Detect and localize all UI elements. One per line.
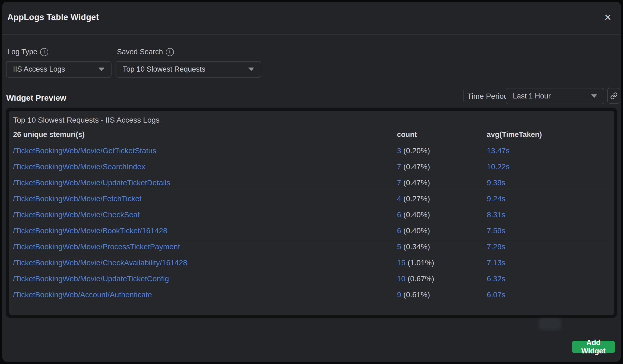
add-widget-label: Add Widget xyxy=(574,339,613,355)
log-type-label-text: Log Type xyxy=(7,48,37,56)
close-button[interactable]: ✕ xyxy=(602,11,614,23)
table-row: /TicketBookingWeb/Movie/GetTicketStatus … xyxy=(13,143,610,159)
avg-value[interactable]: 9.39s xyxy=(487,178,610,187)
count-value[interactable]: 3 xyxy=(397,146,401,155)
count-value[interactable]: 4 xyxy=(397,194,401,203)
avg-value[interactable]: 10.22s xyxy=(487,162,610,171)
widget-preview-heading: Widget Preview xyxy=(6,93,66,103)
avg-value[interactable]: 8.31s xyxy=(487,210,610,219)
column-header-avg: avg(TimeTaken) xyxy=(487,130,610,139)
count-value[interactable]: 7 xyxy=(397,162,401,171)
stemuri-link[interactable]: /TicketBookingWeb/Movie/UpdateTicketDeta… xyxy=(13,178,397,187)
widget-preview-panel: Top 10 Slowest Requests - IIS Access Log… xyxy=(6,108,617,318)
count-cell: 5(0.34%) xyxy=(397,242,487,251)
footer-divider xyxy=(2,330,621,330)
stemuri-link[interactable]: /TicketBookingWeb/Movie/UpdateTicketConf… xyxy=(13,274,397,283)
column-header-count: count xyxy=(397,130,487,139)
stemuri-link[interactable]: /TicketBookingWeb/Movie/CheckAvailabilit… xyxy=(13,258,397,267)
table-title: Top 10 Slowest Requests - IIS Access Log… xyxy=(13,114,610,126)
count-cell: 15(1.01%) xyxy=(397,258,487,267)
stemuri-link[interactable]: /TicketBookingWeb/Movie/SearchIndex xyxy=(13,162,397,171)
count-value[interactable]: 10 xyxy=(397,274,405,283)
count-value[interactable]: 15 xyxy=(397,258,405,267)
close-icon: ✕ xyxy=(604,13,612,22)
avg-value[interactable]: 6.32s xyxy=(487,274,610,283)
time-period-dropdown[interactable]: Last 1 Hour xyxy=(506,88,604,104)
time-period-label: Time Period xyxy=(467,92,508,101)
info-icon[interactable]: i xyxy=(40,48,48,56)
count-cell: 9(0.61%) xyxy=(397,290,487,299)
log-type-value: IIS Access Logs xyxy=(13,65,95,74)
count-percent: (0.47%) xyxy=(403,178,430,187)
table-row: /TicketBookingWeb/Movie/CheckSeat 6(0.40… xyxy=(13,207,610,223)
count-cell: 7(0.47%) xyxy=(397,178,487,187)
table-row: /TicketBookingWeb/Movie/ProcessTicketPay… xyxy=(13,239,610,255)
count-percent: (0.34%) xyxy=(403,242,430,251)
count-cell: 4(0.27%) xyxy=(397,194,487,203)
vertical-divider xyxy=(463,90,464,101)
count-percent: (0.20%) xyxy=(403,146,430,155)
table-body: /TicketBookingWeb/Movie/GetTicketStatus … xyxy=(13,143,610,303)
count-cell: 7(0.47%) xyxy=(397,162,487,171)
chevron-down-icon xyxy=(98,68,104,71)
copy-link-button[interactable] xyxy=(607,88,620,104)
table-row: /TicketBookingWeb/Movie/BookTicket/16142… xyxy=(13,223,610,239)
count-cell: 10(0.67%) xyxy=(397,274,487,283)
avg-value[interactable]: 9.24s xyxy=(487,194,610,203)
avg-value[interactable]: 7.13s xyxy=(487,258,610,267)
count-value[interactable]: 5 xyxy=(397,242,401,251)
preview-table-card: Top 10 Slowest Requests - IIS Access Log… xyxy=(9,111,614,315)
applogs-widget-dialog: AppLogs Table Widget ✕ Log Type i Saved … xyxy=(2,2,621,362)
log-type-label: Log Type i xyxy=(7,48,48,56)
chevron-down-icon xyxy=(591,94,597,98)
link-icon xyxy=(610,92,618,100)
count-value[interactable]: 7 xyxy=(397,178,401,187)
count-percent: (0.40%) xyxy=(403,210,430,219)
dialog-title: AppLogs Table Widget xyxy=(7,12,99,22)
count-percent: (0.61%) xyxy=(403,290,430,299)
chevron-down-icon xyxy=(248,68,254,71)
count-value[interactable]: 9 xyxy=(397,290,401,299)
avg-value[interactable]: 7.29s xyxy=(487,242,610,251)
table-row: /TicketBookingWeb/Movie/UpdateTicketConf… xyxy=(13,271,610,287)
count-percent: (0.47%) xyxy=(403,162,430,171)
stemuri-link[interactable]: /TicketBookingWeb/Movie/ProcessTicketPay… xyxy=(13,242,397,251)
count-percent: (0.67%) xyxy=(408,274,434,283)
count-cell: 6(0.40%) xyxy=(397,226,487,235)
table-row: /TicketBookingWeb/Movie/SearchIndex 7(0.… xyxy=(13,159,610,175)
count-value[interactable]: 6 xyxy=(397,210,401,219)
info-icon[interactable]: i xyxy=(166,48,174,56)
count-value[interactable]: 6 xyxy=(397,226,401,235)
count-cell: 3(0.20%) xyxy=(397,146,487,155)
count-cell: 6(0.40%) xyxy=(397,210,487,219)
saved-search-label: Saved Search i xyxy=(117,48,174,56)
table-header-row: 26 unique stemuri(s) count avg(TimeTaken… xyxy=(13,126,610,143)
table-row: /TicketBookingWeb/Movie/UpdateTicketDeta… xyxy=(13,175,610,191)
stemuri-link[interactable]: /TicketBookingWeb/Movie/GetTicketStatus xyxy=(13,146,397,155)
table-row: /TicketBookingWeb/Movie/CheckAvailabilit… xyxy=(13,255,610,271)
blur-smudge xyxy=(539,318,561,330)
saved-search-dropdown[interactable]: Top 10 Slowest Requests xyxy=(116,61,261,78)
log-type-dropdown[interactable]: IIS Access Logs xyxy=(6,61,112,78)
table-row: /TicketBookingWeb/Account/Authenticate 9… xyxy=(13,287,610,303)
stemuri-link[interactable]: /TicketBookingWeb/Movie/FetchTicket xyxy=(13,194,397,203)
saved-search-label-text: Saved Search xyxy=(117,48,163,56)
column-header-stemuri: 26 unique stemuri(s) xyxy=(13,130,397,139)
count-percent: (0.27%) xyxy=(403,194,430,203)
header-divider xyxy=(2,34,621,35)
avg-value[interactable]: 7.59s xyxy=(487,226,610,235)
saved-search-value: Top 10 Slowest Requests xyxy=(123,65,244,74)
time-period-value: Last 1 Hour xyxy=(513,92,587,100)
count-percent: (1.01%) xyxy=(408,258,434,267)
stemuri-link[interactable]: /TicketBookingWeb/Movie/BookTicket/16142… xyxy=(13,226,397,235)
stemuri-link[interactable]: /TicketBookingWeb/Movie/CheckSeat xyxy=(13,210,397,219)
add-widget-button[interactable]: Add Widget xyxy=(572,341,615,353)
count-percent: (0.40%) xyxy=(403,226,430,235)
dialog-header: AppLogs Table Widget ✕ xyxy=(2,2,621,34)
avg-value[interactable]: 6.07s xyxy=(487,290,610,299)
table-row: /TicketBookingWeb/Movie/FetchTicket 4(0.… xyxy=(13,191,610,207)
avg-value[interactable]: 13.47s xyxy=(487,146,610,155)
stemuri-link[interactable]: /TicketBookingWeb/Account/Authenticate xyxy=(13,290,397,299)
